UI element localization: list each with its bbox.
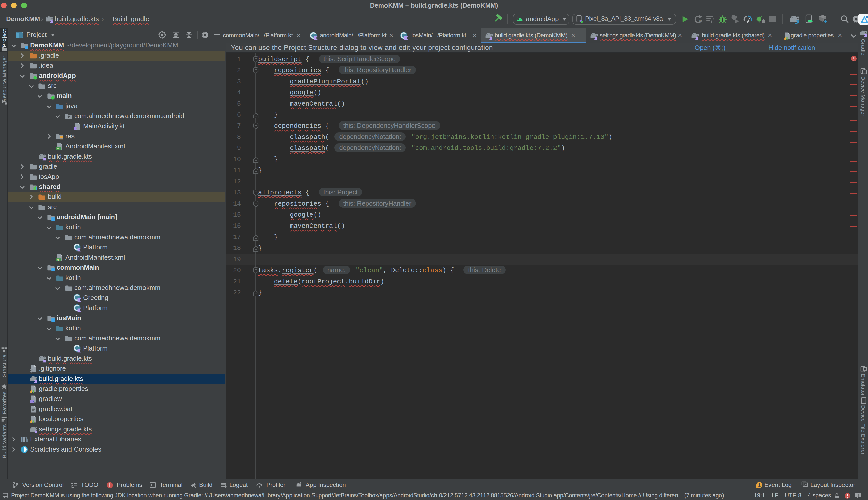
svg-text:MF: MF (57, 259, 60, 261)
svg-text:A: A (699, 20, 701, 23)
svg-text:MF: MF (57, 147, 60, 150)
svg-text:1: 1 (758, 482, 760, 488)
svg-text:C++: C++ (30, 400, 34, 402)
